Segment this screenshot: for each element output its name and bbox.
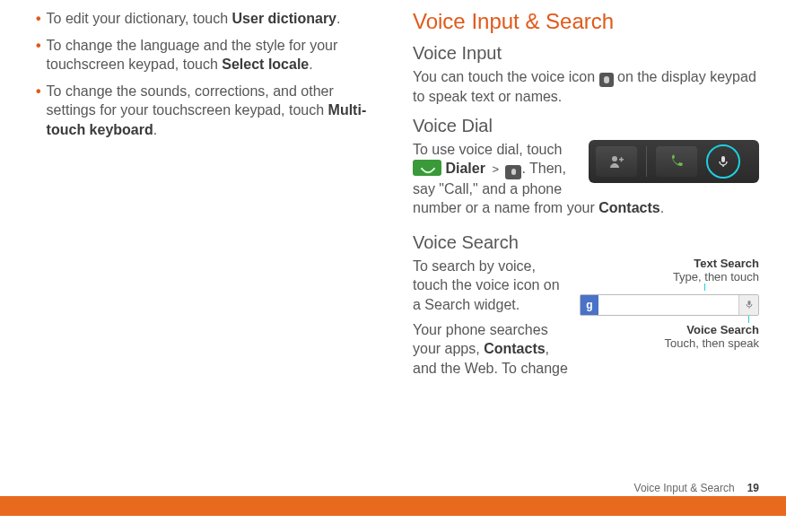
bullet-bold: User dictionary: [232, 11, 336, 26]
footer-label: Voice Input & Search19: [634, 482, 759, 494]
bullet-icon: •: [36, 82, 41, 140]
bullet-icon: •: [36, 9, 41, 29]
page-number: 19: [747, 482, 759, 494]
bullet-icon: •: [36, 36, 41, 74]
left-column: • To edit your dictionary, touch User di…: [36, 9, 377, 383]
svg-rect-2: [621, 157, 623, 161]
bullet-text: To edit your dictionary, touch: [47, 11, 232, 26]
bullet-text: .: [153, 122, 157, 137]
search-widget: g: [580, 294, 759, 316]
svg-point-0: [612, 156, 617, 161]
search-field: [598, 295, 738, 315]
svg-rect-4: [722, 165, 723, 167]
voice-input-body: You can touch the voice icon on the disp…: [413, 67, 759, 107]
search-widget-illustration: Text Search Type, then touch g Voice Sea…: [580, 257, 759, 350]
voice-input-heading: Voice Input: [413, 43, 759, 64]
text-search-callout: Text Search Type, then touch: [580, 257, 759, 283]
mic-chip-icon: [505, 165, 521, 179]
search-mic-icon: [738, 295, 758, 315]
mic-icon: [599, 73, 614, 87]
svg-rect-5: [747, 301, 750, 305]
bullet-text: .: [309, 57, 312, 72]
bullet-text: To change the sounds, corrections, and o…: [47, 83, 334, 118]
svg-rect-6: [748, 307, 749, 309]
add-contact-icon: [596, 146, 637, 177]
right-column: Voice Input & Search Voice Input You can…: [413, 9, 759, 383]
bullet-user-dictionary: • To edit your dictionary, touch User di…: [36, 9, 377, 29]
voice-dial-heading: Voice Dial: [413, 116, 759, 136]
bullet-select-locale: • To change the language and the style f…: [36, 36, 377, 74]
dialer-chip-icon: [413, 160, 441, 176]
phone-icon: [656, 146, 697, 177]
svg-rect-3: [721, 156, 725, 162]
footer-bar: [0, 496, 786, 516]
voice-dial-highlight: [706, 144, 740, 179]
section-title: Voice Input & Search: [413, 9, 759, 34]
bullet-multitouch-keyboard: • To change the sounds, corrections, and…: [36, 82, 377, 140]
voice-search-heading: Voice Search: [413, 232, 759, 253]
bullet-text: .: [336, 11, 340, 26]
voice-search-callout: Voice Search Touch, then speak: [580, 323, 759, 350]
bullet-bold: Select locale: [222, 57, 309, 72]
google-icon: g: [581, 295, 598, 315]
dialer-bar-illustration: [589, 140, 759, 183]
